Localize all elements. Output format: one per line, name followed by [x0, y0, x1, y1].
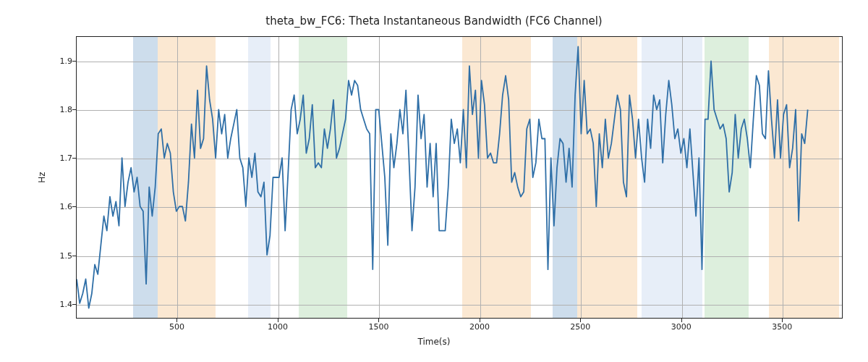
- y-axis-label: Hz: [37, 172, 47, 182]
- y-tick-label: 1.7: [43, 153, 72, 163]
- chart-title: theta_bw_FC6: Theta Instantaneous Bandwi…: [0, 14, 868, 28]
- x-tick-label: 1000: [268, 322, 288, 332]
- y-tick-mark: [72, 304, 76, 305]
- x-tick-label: 1500: [368, 322, 388, 332]
- x-axis-label: Time(s): [0, 337, 868, 347]
- x-tick-label: 500: [169, 322, 184, 332]
- x-tick-label: 2000: [469, 322, 490, 332]
- y-tick-label: 1.8: [43, 104, 72, 114]
- x-tick-label: 3000: [671, 322, 692, 332]
- x-tick-mark: [480, 319, 480, 322]
- x-tick-mark: [176, 319, 177, 322]
- y-tick-mark: [72, 109, 76, 110]
- y-tick-label: 1.6: [43, 202, 72, 211]
- y-tick-mark: [72, 206, 76, 207]
- x-tick-mark: [782, 319, 783, 322]
- y-tick-mark: [72, 158, 76, 159]
- chart-axes: [76, 36, 843, 319]
- x-tick-mark: [278, 319, 278, 322]
- x-tick-label: 2500: [570, 322, 590, 332]
- line-series: [77, 37, 842, 318]
- x-tick-mark: [681, 319, 682, 322]
- y-tick-mark: [72, 61, 76, 62]
- x-tick-mark: [580, 319, 581, 322]
- x-tick-mark: [378, 319, 379, 322]
- y-tick-label: 1.4: [43, 299, 72, 308]
- series-line: [77, 46, 808, 308]
- y-tick-label: 1.5: [43, 251, 72, 260]
- y-tick-mark: [72, 256, 76, 256]
- chart-figure: theta_bw_FC6: Theta Instantaneous Bandwi…: [0, 0, 868, 362]
- y-tick-label: 1.9: [43, 56, 72, 65]
- x-tick-label: 3500: [772, 322, 792, 332]
